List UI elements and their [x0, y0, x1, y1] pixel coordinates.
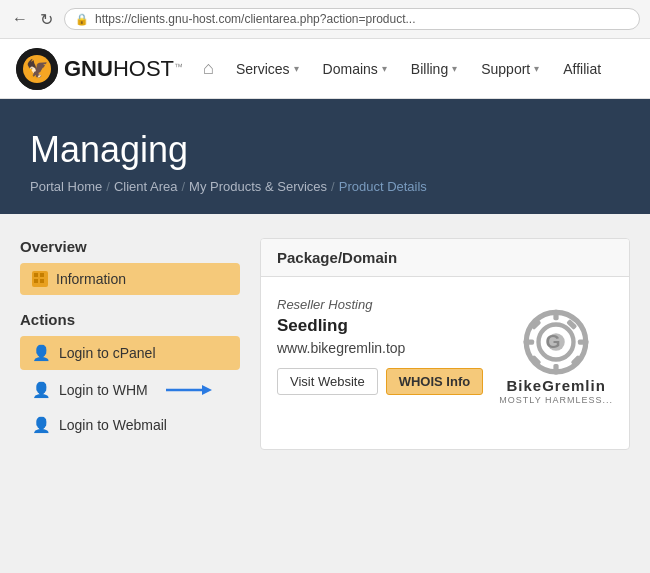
logo-icon: G [16, 48, 58, 90]
login-whm[interactable]: 👤 Login to WHM [20, 372, 240, 408]
breadcrumb-current: Product Details [339, 179, 427, 194]
login-webmail[interactable]: 👤 Login to Webmail [20, 408, 240, 442]
svg-rect-15 [578, 339, 589, 344]
nav-services-arrow: ▾ [294, 63, 299, 74]
svg-text:G: G [546, 331, 561, 352]
package-domain: www.bikegremlin.top [277, 340, 483, 356]
breadcrumb-sep-1: / [106, 179, 110, 194]
home-nav-icon[interactable]: ⌂ [203, 58, 214, 79]
visit-website-button[interactable]: Visit Website [277, 368, 378, 395]
login-cpanel-label: Login to cPanel [59, 345, 156, 361]
nav-support-arrow: ▾ [534, 63, 539, 74]
svg-marker-8 [202, 385, 212, 395]
package-card: Package/Domain Reseller Hosting Seedling… [260, 238, 630, 450]
cpanel-user-icon: 👤 [32, 344, 51, 362]
address-bar[interactable]: 🔒 https://clients.gnu-host.com/clientare… [64, 8, 640, 30]
breadcrumb: Portal Home / Client Area / My Products … [30, 179, 620, 194]
sidebar: Overview Information Actions 👤 Login to … [20, 238, 240, 450]
package-card-header: Package/Domain [261, 239, 629, 277]
gear-logo: G [521, 307, 591, 377]
breadcrumb-client-area[interactable]: Client Area [114, 179, 178, 194]
hero-banner: Managing Portal Home / Client Area / My … [0, 99, 650, 214]
svg-rect-5 [34, 279, 38, 283]
url-text: https://clients.gnu-host.com/clientarea.… [95, 12, 416, 26]
whm-user-icon: 👤 [32, 381, 51, 399]
svg-rect-6 [40, 279, 44, 283]
nav-domains[interactable]: Domains ▾ [311, 39, 399, 99]
nav-billing[interactable]: Billing ▾ [399, 39, 469, 99]
top-nav: G GNUHOST™ ⌂ Services ▾ Domains ▾ Billin… [0, 39, 650, 99]
information-icon [32, 271, 48, 287]
nav-affiliat[interactable]: Affiliat [551, 39, 613, 99]
nav-services[interactable]: Services ▾ [224, 39, 311, 99]
package-info: Reseller Hosting Seedling www.bikegremli… [277, 297, 483, 405]
login-cpanel[interactable]: 👤 Login to cPanel [20, 336, 240, 370]
refresh-button[interactable]: ↻ [36, 9, 56, 29]
svg-rect-3 [34, 273, 38, 277]
hosting-type: Reseller Hosting [277, 297, 483, 312]
breadcrumb-my-products[interactable]: My Products & Services [189, 179, 327, 194]
browser-chrome: ← ↻ 🔒 https://clients.gnu-host.com/clien… [0, 0, 650, 39]
whm-arrow-annotation [164, 380, 214, 400]
breadcrumb-sep-2: / [181, 179, 185, 194]
breadcrumb-portal-home[interactable]: Portal Home [30, 179, 102, 194]
nav-support[interactable]: Support ▾ [469, 39, 551, 99]
bikegremlin-logo-area: G BikeGremlin MOSTLY HARMLESS... [499, 297, 613, 405]
main-content: Overview Information Actions 👤 Login to … [0, 214, 650, 474]
overview-section-title: Overview [20, 238, 240, 255]
hero-title: Managing [30, 129, 620, 171]
breadcrumb-sep-3: / [331, 179, 335, 194]
package-actions: Visit Website WHOIS Info [277, 368, 483, 395]
lock-icon: 🔒 [75, 13, 89, 26]
nav-billing-arrow: ▾ [452, 63, 457, 74]
package-name: Seedling [277, 316, 483, 336]
actions-section-title: Actions [20, 311, 240, 328]
login-whm-label: Login to WHM [59, 382, 148, 398]
logo-text: GNUHOST™ [64, 56, 183, 82]
logo-area[interactable]: G GNUHOST™ [16, 48, 183, 90]
svg-text:G: G [30, 58, 41, 74]
svg-point-1 [24, 56, 44, 76]
actions-section: Actions 👤 Login to cPanel 👤 Login to WHM… [20, 311, 240, 442]
information-label: Information [56, 271, 126, 287]
svg-rect-4 [40, 273, 44, 277]
browser-nav-icons: ← ↻ [10, 9, 56, 29]
svg-point-0 [16, 48, 58, 90]
whois-info-button[interactable]: WHOIS Info [386, 368, 484, 395]
package-card-body: Reseller Hosting Seedling www.bikegremli… [261, 277, 629, 425]
back-button[interactable]: ← [10, 9, 30, 29]
webmail-user-icon: 👤 [32, 416, 51, 434]
sidebar-information[interactable]: Information [20, 263, 240, 295]
nav-domains-arrow: ▾ [382, 63, 387, 74]
svg-rect-14 [524, 339, 535, 344]
login-webmail-label: Login to Webmail [59, 417, 167, 433]
svg-rect-12 [554, 310, 559, 321]
svg-rect-13 [554, 364, 559, 375]
bike-brand-name: BikeGremlin [506, 377, 605, 395]
bike-brand-sub: MOSTLY HARMLESS... [499, 395, 613, 405]
